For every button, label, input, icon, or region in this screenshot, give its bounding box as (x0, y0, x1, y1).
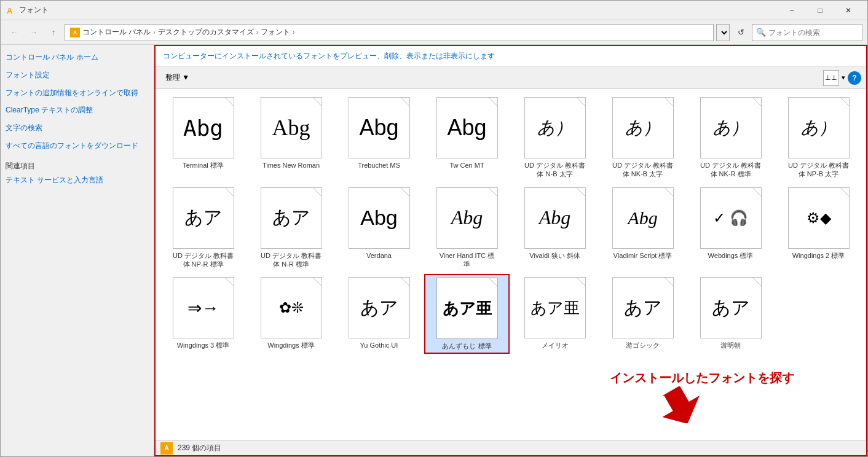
svg-text:A: A (7, 6, 13, 15)
font-name-viner: Viner Hand ITC 標準 (436, 251, 498, 269)
font-preview-yu-mincho: あア (700, 277, 762, 338)
main-window: A フォント − □ ✕ ← → ↑ A コントロール パネル › デスクトップ… (0, 0, 868, 457)
font-name-terminal: Terminal 標準 (183, 161, 224, 170)
view-dropdown[interactable]: ▾ (842, 74, 845, 82)
help-button[interactable]: ? (848, 71, 861, 85)
font-name-tw-cen: Tw Cen MT (449, 161, 484, 170)
font-name-vladimir: Vladimir Script 標準 (614, 251, 673, 260)
description-text: コンピューターにインストールされているフォントをプレビュー、削除、表示または非表… (163, 52, 495, 60)
font-preview-times-new-roman: Abg (261, 97, 322, 158)
address-part-3: フォント (261, 27, 290, 37)
font-item-tw-cen[interactable]: Abg Tw Cen MT (424, 94, 510, 182)
font-preview-yu-gothic: あア (349, 277, 410, 338)
up-button[interactable]: ↑ (45, 24, 62, 41)
search-input[interactable] (768, 28, 858, 37)
font-name-wingdings3: Wingdings 3 標準 (177, 341, 230, 350)
font-name-anzumoji: あんずもじ 標準 (442, 342, 491, 350)
forward-button[interactable]: → (25, 24, 42, 41)
font-item-ud-nkr[interactable]: あ） UD デジタル 教科書体 NK-R 標準 (688, 94, 773, 182)
font-name-meiryo: メイリオ (542, 341, 569, 350)
font-preview-ud-nr: あア (261, 187, 322, 249)
back-button[interactable]: ← (6, 24, 23, 41)
font-preview-wingdings3: ⇒→ (173, 277, 234, 338)
font-preview-tw-cen: Abg (436, 97, 498, 158)
font-item-vladimir[interactable]: Abg Vladimir Script 標準 (600, 184, 685, 272)
sidebar-related-title: 関連項目 (6, 161, 149, 171)
sidebar-item-text-services[interactable]: テキスト サービスと入力言語 (6, 175, 149, 186)
sidebar-item-font-settings[interactable]: フォント設定 (6, 70, 149, 80)
sidebar-item-char-search[interactable]: 文字の検索 (6, 123, 149, 133)
font-item-verdana[interactable]: Abg Verdana (336, 184, 422, 272)
search-bar[interactable]: 🔍 (752, 24, 862, 41)
font-name-ud-nkb: UD デジタル 教科書体 NK-B 太字 (612, 161, 674, 179)
font-preview-ud-npb: あ） (788, 97, 850, 158)
title-bar: A フォント − □ ✕ (1, 1, 867, 20)
minimize-button[interactable]: − (778, 1, 806, 20)
font-item-vivaldi[interactable]: Abg Vivaldi 狭い 斜体 (512, 184, 598, 272)
font-item-meiryo[interactable]: あア亜 メイリオ (512, 274, 598, 354)
view-button[interactable]: ⊥⊥ (823, 70, 839, 86)
sidebar-item-cleartype[interactable]: ClearType テキストの調整 (6, 105, 149, 115)
font-preview-wingdings2: ⚙◆ (788, 187, 850, 249)
font-preview-anzumoji: あア亜 (436, 278, 498, 339)
font-name-times-new-roman: Times New Roman (262, 161, 320, 170)
font-preview-terminal: Abg (173, 97, 234, 158)
font-item-trebuchet[interactable]: Abg Trebuchet MS (336, 94, 422, 182)
font-name-wingdings2: Wingdings 2 標準 (792, 251, 845, 260)
chevron-1: › (153, 29, 155, 36)
sidebar-item-download[interactable]: フォントの追加情報をオンラインで取得 (6, 88, 149, 98)
content-toolbar: 整理 ▼ ⊥⊥ ▾ ? (156, 67, 866, 89)
font-name-ud-npb: UD デジタル 教科書体 NP-B 太字 (788, 161, 850, 179)
font-preview-meiryo: あア亜 (524, 277, 586, 338)
font-item-webdings[interactable]: ✓ 🎧 Webdings 標準 (688, 184, 773, 272)
font-preview-viner: Abg (436, 187, 498, 249)
address-part-2: デスクトップのカスタマイズ (158, 27, 254, 37)
address-part-1: コントロール パネル (82, 27, 151, 37)
font-item-terminal[interactable]: Abg Terminal 標準 (160, 94, 246, 182)
font-item-yu-gothic2[interactable]: あア 游ゴシック (600, 274, 685, 354)
close-button[interactable]: ✕ (834, 1, 862, 20)
font-item-ud-npb[interactable]: あ） UD デジタル 教科書体 NP-B 太字 (776, 94, 861, 182)
font-preview-ud-nkr: あ） (700, 97, 762, 158)
font-name-wingdings: Wingdings 標準 (267, 341, 314, 350)
address-dropdown[interactable] (716, 24, 730, 41)
font-preview-wingdings: ✿❊ (261, 277, 322, 338)
font-preview-webdings: ✓ 🎧 (700, 187, 762, 249)
font-item-wingdings2[interactable]: ⚙◆ Wingdings 2 標準 (776, 184, 861, 272)
font-item-viner[interactable]: Abg Viner Hand ITC 標準 (424, 184, 510, 272)
refresh-button[interactable]: ↺ (732, 24, 749, 41)
font-preview-ud-nb: あ） (524, 97, 586, 158)
sidebar: コントロール パネル ホーム フォント設定 フォントの追加情報をオンラインで取得… (1, 45, 154, 456)
font-name-webdings: Webdings 標準 (708, 251, 754, 260)
font-item-ud-nkb[interactable]: あ） UD デジタル 教科書体 NK-B 太字 (600, 94, 685, 182)
font-item-wingdings3[interactable]: ⇒→ Wingdings 3 標準 (160, 274, 246, 354)
font-name-ud-npr: UD デジタル 教科書体 NP-R 標準 (173, 251, 234, 269)
font-preview-vivaldi: Abg (524, 187, 586, 249)
address-bar[interactable]: A コントロール パネル › デスクトップのカスタマイズ › フォント › (65, 24, 714, 41)
font-item-times-new-roman[interactable]: Abg Times New Roman (248, 94, 334, 182)
address-icon: A (70, 28, 80, 37)
font-preview-vladimir: Abg (612, 187, 674, 249)
status-count: 239 個の項目 (178, 443, 221, 453)
font-item-yu-mincho[interactable]: あア 游明朝 (688, 274, 773, 354)
font-item-ud-nr[interactable]: あア UD デジタル 教科書体 N-R 標準 (248, 184, 334, 272)
window-title: フォント (19, 5, 778, 15)
font-item-wingdings[interactable]: ✿❊ Wingdings 標準 (248, 274, 334, 354)
sidebar-item-download-all[interactable]: すべての言語のフォントをダウンロード (6, 141, 149, 151)
font-item-yu-gothic[interactable]: あア Yu Gothic UI (336, 274, 422, 354)
font-name-yu-mincho: 游明朝 (720, 341, 741, 350)
font-item-anzumoji[interactable]: あア亜 あんずもじ 標準 (424, 274, 510, 354)
app-icon: A (6, 6, 15, 15)
font-name-yu-gothic: Yu Gothic UI (360, 341, 398, 350)
font-preview-verdana: Abg (349, 187, 410, 249)
chevron-2: › (256, 29, 258, 36)
font-name-yu-gothic2: 游ゴシック (626, 341, 660, 350)
nav-bar: ← → ↑ A コントロール パネル › デスクトップのカスタマイズ › フォン… (1, 20, 867, 45)
font-name-ud-nkr: UD デジタル 教科書体 NK-R 標準 (700, 161, 762, 179)
organize-button[interactable]: 整理 ▼ (160, 70, 194, 86)
font-item-ud-npr[interactable]: あア UD デジタル 教科書体 NP-R 標準 (160, 184, 246, 272)
maximize-button[interactable]: □ (806, 1, 834, 20)
font-item-ud-nb[interactable]: あ） UD デジタル 教科書体 N-B 太字 (512, 94, 598, 182)
sidebar-item-home[interactable]: コントロール パネル ホーム (6, 52, 149, 63)
font-name-verdana: Verdana (366, 251, 392, 260)
